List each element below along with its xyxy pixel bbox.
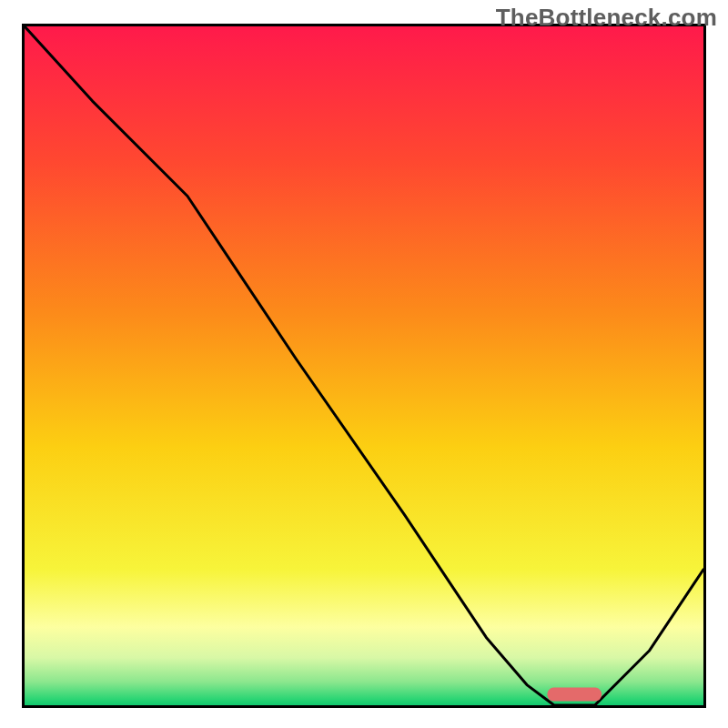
chart-canvas — [25, 26, 703, 705]
chart-background — [25, 26, 703, 705]
chart-svg — [25, 26, 703, 705]
watermark-text: TheBottleneck.com — [496, 4, 717, 32]
chart-area — [22, 24, 706, 708]
target-marker — [547, 688, 602, 702]
chart-container: { "watermark": "TheBottleneck.com", "col… — [0, 0, 728, 728]
